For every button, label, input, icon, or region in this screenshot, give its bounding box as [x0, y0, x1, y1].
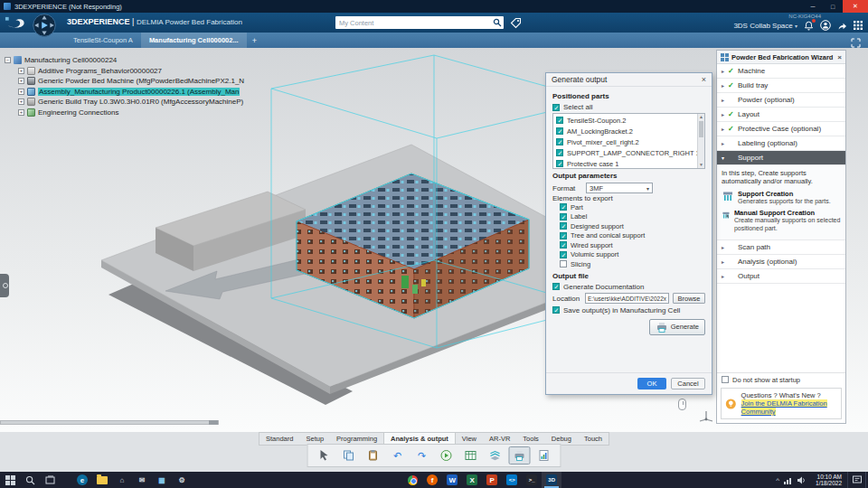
- ribbon-tab-standard[interactable]: Standard: [259, 433, 299, 445]
- tree-item[interactable]: +Generic Build Tray L0.3W0.3H0.01R0 (Mfg…: [18, 97, 244, 108]
- tree-expand-toggle[interactable]: +: [18, 99, 24, 105]
- tree-expand-toggle[interactable]: +: [18, 109, 24, 116]
- start-button[interactable]: [0, 472, 20, 488]
- ribbon-tab-touch[interactable]: Touch: [578, 433, 609, 445]
- checkbox-icon[interactable]: [552, 283, 560, 290]
- wizard-step-scan-path[interactable]: ▸Scan path: [717, 240, 845, 255]
- collab-space-selector[interactable]: 3DS Collab Space ▾: [733, 22, 797, 30]
- share-icon[interactable]: [837, 21, 847, 31]
- positioned-part-item[interactable]: Pivot_mixer_cell_right.2: [556, 136, 697, 147]
- vscode-taskbar-button[interactable]: <>: [502, 472, 522, 488]
- tree-item[interactable]: −Manufacturing Cell00000224: [5, 55, 244, 66]
- generate-output-button[interactable]: [509, 446, 531, 465]
- cancel-button[interactable]: Cancel: [671, 378, 705, 389]
- document-tab[interactable]: TensileSt-Coupon A: [65, 33, 141, 48]
- chrome-taskbar-button[interactable]: [402, 472, 422, 488]
- action-center-icon[interactable]: [847, 472, 865, 488]
- checkbox-icon[interactable]: [552, 306, 560, 314]
- checkbox-icon[interactable]: [556, 149, 563, 156]
- wizard-step-build-tray[interactable]: ▸✓Build tray: [717, 79, 845, 93]
- search-input[interactable]: [335, 19, 491, 27]
- positioned-part-item[interactable]: AM_LockingBracket.2: [556, 126, 697, 136]
- network-icon[interactable]: [784, 476, 793, 484]
- export-element-checkbox[interactable]: Label: [560, 212, 705, 222]
- generate-button[interactable]: Generate: [649, 319, 705, 335]
- support-command[interactable]: Manual Support CreationCreate manually s…: [722, 209, 841, 232]
- minimize-button[interactable]: ─: [803, 0, 823, 13]
- support-command[interactable]: Support CreationGenerates supports for t…: [722, 190, 841, 205]
- excel-taskbar-button[interactable]: X: [462, 472, 482, 488]
- mail-taskbar-button[interactable]: ✉: [132, 472, 152, 488]
- slider-handle[interactable]: [209, 420, 218, 425]
- table-button[interactable]: [460, 446, 482, 465]
- checkbox-icon[interactable]: [560, 222, 567, 230]
- checkbox-icon[interactable]: [556, 160, 563, 167]
- taskbar-search-icon[interactable]: [20, 472, 40, 488]
- viewport-side-handle[interactable]: [0, 274, 9, 297]
- store-taskbar-button[interactable]: ⌂: [112, 472, 132, 488]
- tree-item[interactable]: +Engineering Connections: [18, 108, 244, 118]
- save-output-checkbox[interactable]: Save output(s) in Manufacturing Cell: [552, 305, 705, 315]
- positioned-parts-list[interactable]: TensileSt-Coupon.2AM_LockingBracket.2Piv…: [552, 113, 705, 169]
- checkbox-icon[interactable]: [556, 127, 563, 135]
- export-element-checkbox[interactable]: Slicing: [560, 259, 705, 269]
- tree-expand-toggle[interactable]: +: [18, 78, 24, 84]
- dialog-close-icon[interactable]: ×: [702, 76, 706, 84]
- checkbox-icon[interactable]: [560, 232, 567, 239]
- dialog-titlebar[interactable]: Generate output ×: [546, 73, 712, 87]
- tree-item[interactable]: +Assembly_Manufacturing Product00000226.…: [18, 87, 244, 98]
- tree-item[interactable]: +Generic Powder Bed Machine (MfgPowderBe…: [18, 76, 244, 87]
- checkbox-icon[interactable]: [552, 104, 560, 111]
- wizard-step-machine[interactable]: ▸✓Machine: [717, 64, 845, 79]
- tag-icon[interactable]: [510, 16, 522, 33]
- export-element-checkbox[interactable]: Tree and conical support: [560, 231, 705, 241]
- paste-button[interactable]: [363, 446, 384, 465]
- settings-taskbar-button[interactable]: ⚙: [172, 472, 192, 488]
- simulation-button[interactable]: [436, 446, 458, 465]
- timeline-slider[interactable]: [0, 420, 219, 425]
- wizard-step-output[interactable]: ▸Output: [717, 269, 845, 284]
- edge-taskbar-button[interactable]: e: [72, 472, 92, 488]
- global-search[interactable]: [335, 16, 504, 29]
- checkbox-icon[interactable]: [560, 260, 567, 267]
- browse-button[interactable]: Browse: [673, 293, 705, 304]
- taskbar-clock[interactable]: 10:10 AM 1/18/2022: [810, 472, 847, 488]
- notifications-bell-icon[interactable]: [804, 21, 814, 31]
- copy-button[interactable]: [338, 446, 360, 465]
- wizard-step-labeling-optional-[interactable]: ▸Labeling (optional): [717, 136, 845, 151]
- checkbox-icon[interactable]: [722, 376, 729, 383]
- wizard-step-layout[interactable]: ▸✓Layout: [717, 108, 845, 122]
- export-element-checkbox[interactable]: Wired support: [560, 240, 705, 250]
- export-element-checkbox[interactable]: Part: [560, 202, 705, 212]
- parts-list-scrollbar[interactable]: ▲ ▼: [697, 114, 704, 168]
- wizard-step-support[interactable]: ▾Support: [717, 151, 845, 165]
- select-all-checkbox[interactable]: Select all: [552, 102, 705, 112]
- word-taskbar-button[interactable]: W: [442, 472, 462, 488]
- redo-button[interactable]: ↷: [411, 446, 433, 465]
- checkbox-icon[interactable]: [560, 241, 567, 249]
- format-dropdown[interactable]: 3MF ▾: [586, 183, 653, 193]
- undo-button[interactable]: ↶: [387, 446, 409, 465]
- wizard-step-analysis-optional-[interactable]: ▸Analysis (optional): [717, 255, 845, 269]
- view-axis-gizmo-icon[interactable]: [698, 408, 714, 426]
- task-view-icon[interactable]: [40, 472, 60, 488]
- tree-item[interactable]: +Additive Programs_Behavior00000027: [18, 66, 244, 77]
- scroll-down-icon[interactable]: ▼: [698, 162, 704, 168]
- do-not-show-checkbox[interactable]: Do not show at startup: [717, 372, 845, 386]
- checkbox-icon[interactable]: [560, 251, 567, 258]
- checkbox-icon[interactable]: [556, 138, 563, 145]
- apps-grid-icon[interactable]: [854, 21, 863, 30]
- ok-button[interactable]: OK: [637, 378, 666, 389]
- photos-taskbar-button[interactable]: ▦: [152, 472, 172, 488]
- close-button[interactable]: ✕: [843, 0, 868, 13]
- wizard-close-icon[interactable]: ×: [837, 53, 842, 61]
- volume-icon[interactable]: [797, 476, 807, 484]
- new-tab-button[interactable]: +: [247, 33, 262, 48]
- wizard-step-powder-optional-[interactable]: ▸Powder (optional): [717, 93, 845, 108]
- file-explorer-taskbar-button[interactable]: [92, 472, 112, 488]
- checkbox-icon[interactable]: [556, 117, 563, 124]
- export-element-checkbox[interactable]: Volumic support: [560, 250, 705, 260]
- document-tab[interactable]: Manufacturing Cell000002...: [141, 33, 247, 48]
- positioned-part-item[interactable]: TensileSt-Coupon.2: [556, 115, 697, 126]
- positioned-part-item[interactable]: Protective case 1: [556, 158, 697, 169]
